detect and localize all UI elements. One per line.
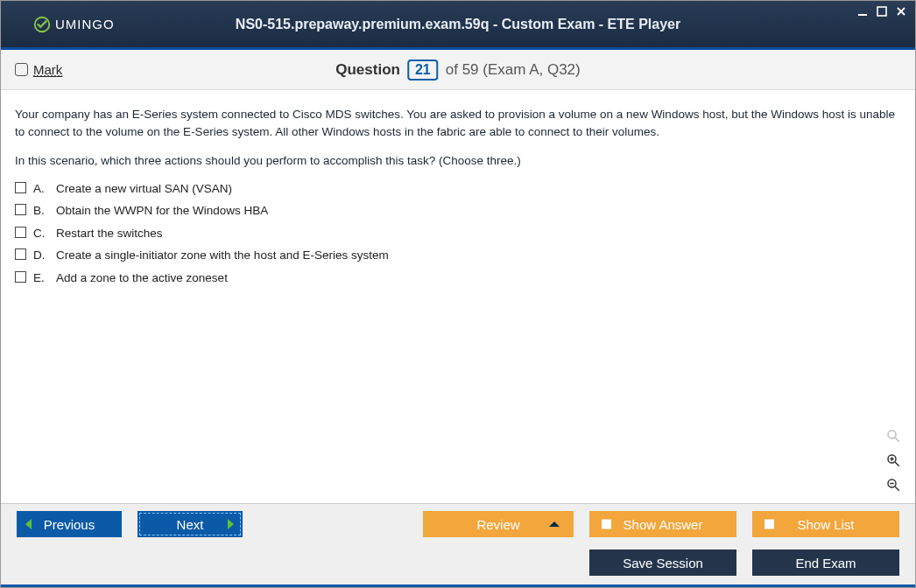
button-label: Previous xyxy=(44,517,95,532)
button-label: Next xyxy=(177,517,204,532)
svg-point-3 xyxy=(888,430,896,438)
button-label: Save Session xyxy=(623,556,703,570)
question-header: Mark Question 21 of 59 (Exam A, Q32) xyxy=(1,50,915,90)
option-letter: B. xyxy=(33,202,49,220)
logo-check-icon xyxy=(32,15,52,34)
option-text: Add a zone to the active zoneset xyxy=(56,270,228,287)
option-a[interactable]: A. Create a new virtual SAN (VSAN) xyxy=(15,180,901,198)
show-list-button[interactable]: Show List xyxy=(752,511,899,537)
button-label: Show Answer xyxy=(624,517,703,532)
footer-row-2: Save Session End Exam xyxy=(1,544,915,584)
minimize-icon[interactable] xyxy=(856,4,870,18)
save-session-button[interactable]: Save Session xyxy=(589,550,736,576)
bottom-accent xyxy=(1,584,915,587)
footer: Previous Next Review Show Answer Show Li… xyxy=(1,503,915,587)
options-list: A. Create a new virtual SAN (VSAN) B. Ob… xyxy=(15,180,901,287)
question-word: Question xyxy=(335,61,400,79)
option-letter: E. xyxy=(33,270,49,287)
checkbox-icon[interactable] xyxy=(15,182,26,193)
question-text: Your company has an E-Series system conn… xyxy=(15,106,901,140)
review-button[interactable]: Review xyxy=(423,511,574,537)
checkbox-icon[interactable] xyxy=(15,227,26,238)
button-label: Show List xyxy=(797,517,854,532)
end-exam-button[interactable]: End Exam xyxy=(752,550,899,576)
button-label: End Exam xyxy=(795,556,856,570)
checkbox-icon[interactable] xyxy=(15,248,26,260)
option-text: Create a new virtual SAN (VSAN) xyxy=(56,180,232,198)
next-button[interactable]: Next xyxy=(137,511,243,537)
option-e[interactable]: E. Add a zone to the active zoneset xyxy=(15,270,901,287)
close-icon[interactable] xyxy=(894,4,908,18)
mark-label: Mark xyxy=(33,62,62,77)
option-letter: C. xyxy=(33,225,49,242)
svg-rect-2 xyxy=(877,7,886,16)
option-letter: A. xyxy=(33,180,49,198)
option-letter: D. xyxy=(33,247,49,264)
svg-line-4 xyxy=(895,438,899,442)
checkbox-icon[interactable] xyxy=(15,204,26,215)
option-c[interactable]: C. Restart the switches xyxy=(15,225,901,242)
question-context: of 59 (Exam A, Q32) xyxy=(446,61,581,79)
title-bar: UMINGO NS0-515.prepaway.premium.exam.59q… xyxy=(1,1,915,50)
zoom-tools xyxy=(884,426,903,494)
option-text: Create a single-initiator zone with the … xyxy=(56,247,389,264)
svg-rect-1 xyxy=(858,14,867,16)
maximize-icon[interactable] xyxy=(875,4,889,18)
checkbox-icon[interactable] xyxy=(15,271,26,283)
mark-toggle[interactable]: Mark xyxy=(15,62,62,77)
option-text: Restart the switches xyxy=(56,225,163,242)
question-body: Your company has an E-Series system conn… xyxy=(1,90,915,503)
question-prompt: In this scenario, which three actions sh… xyxy=(15,152,901,170)
svg-line-6 xyxy=(895,462,899,466)
square-icon xyxy=(602,520,611,529)
window-controls xyxy=(856,4,908,18)
option-d[interactable]: D. Create a single-initiator zone with t… xyxy=(15,247,901,264)
question-number: 21 xyxy=(407,60,439,80)
option-b[interactable]: B. Obtain the WWPN for the Windows HBA xyxy=(15,202,901,220)
option-text: Obtain the WWPN for the Windows HBA xyxy=(56,202,268,220)
logo-text: UMINGO xyxy=(55,17,115,32)
window-title: NS0-515.prepaway.premium.exam.59q - Cust… xyxy=(236,17,680,32)
app-logo: UMINGO xyxy=(32,15,115,34)
previous-button[interactable]: Previous xyxy=(17,511,122,537)
question-counter: Question 21 of 59 (Exam A, Q32) xyxy=(335,60,580,80)
footer-row-1: Previous Next Review Show Answer Show Li… xyxy=(1,504,915,544)
search-icon[interactable] xyxy=(884,426,903,445)
zoom-out-icon[interactable] xyxy=(884,475,903,494)
square-icon xyxy=(765,520,774,529)
show-answer-button[interactable]: Show Answer xyxy=(589,511,736,537)
button-label: Review xyxy=(476,517,519,532)
svg-line-10 xyxy=(895,486,899,491)
zoom-in-icon[interactable] xyxy=(884,451,903,470)
mark-checkbox-icon[interactable] xyxy=(15,63,28,76)
